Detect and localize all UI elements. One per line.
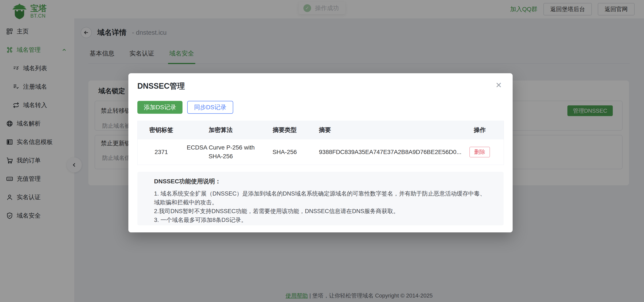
notice-line: 2.我司DNS暂时不支持DNSSEC功能，若需要使用该功能，DNSSEC信息请在… [154,207,491,216]
table-header-row: 密钥标签 加密算法 摘要类型 摘要 操作 [138,121,504,139]
table-row: 2371 ECDSA Curve P-256 with SHA-256 SHA-… [138,139,504,165]
notice-line: 1. 域名系统安全扩展（DNSSEC）是添加到域名的DNS域名系统确定源域名的可… [154,189,491,207]
col-digest-type: 摘要类型 [256,121,313,139]
dnssec-modal: DNSSEC管理 ✕ 添加DS记录 同步DS记录 密钥标签 加密算法 摘要类型 … [128,73,513,232]
add-ds-record-button[interactable]: 添加DS记录 [137,101,182,114]
col-action: 操作 [456,121,504,139]
col-key-tag: 密钥标签 [138,121,185,139]
cell-algorithm: ECDSA Curve P-256 with SHA-256 [185,139,256,165]
dnssec-notice-panel: DNSSEC功能使用说明： 1. 域名系统安全扩展（DNSSEC）是添加到域名的… [137,172,504,225]
cell-digest: 9388FDC839A35EA747E37A2B8A9D76BE2E56D0..… [313,139,456,165]
delete-button[interactable]: 删除 [470,147,490,157]
app-root: 宝塔 BT.CN 主页 域名管理 [0,0,644,302]
notice-body: 1. 域名系统安全扩展（DNSSEC）是添加到域名的DNS域名系统确定源域名的可… [154,189,491,224]
sync-ds-record-button[interactable]: 同步DS记录 [187,101,233,114]
cell-digest-type: SHA-256 [256,139,313,165]
col-digest: 摘要 [313,121,456,139]
notice-title: DNSSEC功能使用说明： [154,177,491,185]
notice-line: 3. 一个域名最多可添加8条DS记录。 [154,216,491,224]
cell-key-tag: 2371 [138,139,185,165]
close-icon[interactable]: ✕ [496,81,502,89]
modal-actions: 添加DS记录 同步DS记录 [137,101,504,114]
modal-title: DNSSEC管理 [137,81,504,92]
col-algorithm: 加密算法 [185,121,256,139]
ds-records-table: 密钥标签 加密算法 摘要类型 摘要 操作 2371 ECDSA Curve P-… [137,121,504,165]
